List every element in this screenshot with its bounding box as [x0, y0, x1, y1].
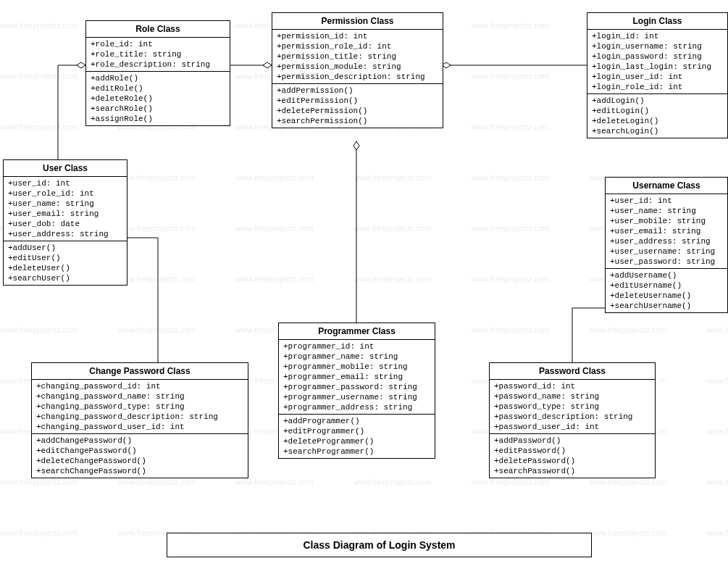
uml-line: +addUser()	[8, 243, 122, 253]
uml-line: +addLogin()	[592, 96, 723, 106]
uml-line: +addRole()	[91, 73, 225, 83]
uml-line: +permission_title: string	[277, 51, 438, 62]
diagram-canvas: www.freeprojectz.comwww.freeprojectz.com…	[0, 0, 728, 574]
uml-line: +user_mobile: string	[610, 216, 723, 226]
uml-line: +deleteChangePassword()	[36, 456, 243, 466]
uml-line: +addPermission()	[277, 86, 438, 96]
uml-line: +deleteProgrammer()	[283, 436, 430, 446]
uml-line: +editLogin()	[592, 106, 723, 116]
uml-line: +addProgrammer()	[283, 416, 430, 426]
uml-line: +changing_password_id: int	[36, 381, 243, 391]
uml-line: +user_dob: date	[8, 219, 122, 229]
uml-line: +password_type: string	[494, 402, 650, 412]
uml-line: +changing_password_name: string	[36, 391, 243, 402]
class-permission: Permission Class +permission_id: int+per…	[272, 12, 443, 128]
uml-line: +addPassword()	[494, 436, 650, 446]
uml-line: +programmer_id: int	[283, 341, 430, 352]
uml-line: +password_description: string	[494, 412, 650, 422]
uml-line: +addUsername()	[610, 270, 723, 280]
uml-line: +editRole()	[91, 83, 225, 93]
methods: +addLogin()+editLogin()+deleteLogin()+se…	[587, 94, 727, 138]
class-username: Username Class +user_id: int+user_name: …	[605, 177, 728, 313]
attributes: +programmer_id: int+programmer_name: str…	[279, 340, 435, 415]
uml-line: +role_title: string	[91, 49, 225, 59]
uml-line: +user_role_id: int	[8, 188, 122, 199]
class-title: Change Password Class	[32, 363, 248, 380]
uml-line: +permission_id: int	[277, 31, 438, 41]
uml-line: +login_user_id: int	[592, 72, 723, 82]
uml-line: +login_id: int	[592, 31, 723, 41]
uml-line: +editUser()	[8, 253, 122, 263]
uml-line: +programmer_email: string	[283, 372, 430, 382]
uml-line: +programmer_mobile: string	[283, 362, 430, 372]
class-title: Programmer Class	[279, 323, 435, 340]
uml-line: +searchUsername()	[610, 301, 723, 311]
attributes: +changing_password_id: int+changing_pass…	[32, 380, 248, 434]
uml-line: +permission_module: string	[277, 62, 438, 72]
class-password: Password Class +password_id: int+passwor…	[489, 362, 656, 478]
class-user: User Class +user_id: int+user_role_id: i…	[3, 159, 127, 286]
uml-line: +programmer_address: string	[283, 402, 430, 412]
uml-line: +changing_password_type: string	[36, 402, 243, 412]
uml-line: +assignRole()	[91, 114, 225, 124]
uml-line: +password_id: int	[494, 381, 650, 391]
attributes: +permission_id: int+permission_role_id: …	[272, 30, 443, 84]
uml-line: +user_address: string	[8, 229, 122, 239]
diagram-title: Class Diagram of Login System	[167, 533, 592, 557]
class-title: Login Class	[587, 13, 727, 30]
methods: +addPermission()+editPermission()+delete…	[272, 84, 443, 128]
class-login: Login Class +login_id: int+login_usernam…	[587, 12, 728, 138]
uml-line: +searchPassword()	[494, 466, 650, 476]
uml-line: +editProgrammer()	[283, 426, 430, 436]
uml-line: +editPermission()	[277, 96, 438, 106]
methods: +addPassword()+editPassword()+deletePass…	[490, 434, 655, 478]
uml-line: +user_id: int	[8, 178, 122, 188]
uml-line: +user_email: string	[8, 209, 122, 219]
uml-line: +searchChangePassword()	[36, 466, 243, 476]
uml-line: +login_last_login: string	[592, 62, 723, 72]
class-title: Permission Class	[272, 13, 443, 30]
uml-line: +role_id: int	[91, 39, 225, 49]
uml-line: +role_description: string	[91, 59, 225, 70]
uml-line: +programmer_password: string	[283, 382, 430, 392]
attributes: +password_id: int+password_name: string+…	[490, 380, 655, 434]
uml-line: +deleteRole()	[91, 93, 225, 104]
uml-line: +user_id: int	[610, 196, 723, 206]
uml-line: +password_user_id: int	[494, 422, 650, 432]
uml-line: +programmer_name: string	[283, 352, 430, 362]
class-title: Username Class	[606, 178, 727, 194]
class-change-password: Change Password Class +changing_password…	[31, 362, 248, 478]
class-role: Role Class +role_id: int+role_title: str…	[85, 20, 230, 126]
uml-line: +user_email: string	[610, 226, 723, 236]
uml-line: +user_name: string	[610, 206, 723, 216]
uml-line: +editChangePassword()	[36, 446, 243, 456]
uml-line: +editPassword()	[494, 446, 650, 456]
uml-line: +login_password: string	[592, 51, 723, 62]
uml-line: +login_role_id: int	[592, 82, 723, 92]
uml-line: +deletePermission()	[277, 106, 438, 116]
methods: +addUsername()+editUsername()+deleteUser…	[606, 269, 727, 312]
uml-line: +user_username: string	[610, 246, 723, 257]
class-title: Password Class	[490, 363, 655, 380]
uml-line: +changing_password_user_id: int	[36, 422, 243, 432]
attributes: +user_id: int+user_role_id: int+user_nam…	[4, 177, 127, 241]
uml-line: +programmer_username: string	[283, 392, 430, 402]
attributes: +user_id: int+user_name: string+user_mob…	[606, 194, 727, 269]
uml-line: +addChangePassword()	[36, 436, 243, 446]
attributes: +role_id: int+role_title: string+role_de…	[86, 38, 230, 72]
uml-line: +deleteUsername()	[610, 291, 723, 301]
methods: +addChangePassword()+editChangePassword(…	[32, 434, 248, 478]
uml-line: +permission_role_id: int	[277, 41, 438, 51]
uml-line: +searchProgrammer()	[283, 446, 430, 457]
uml-line: +searchLogin()	[592, 126, 723, 136]
uml-line: +changing_password_description: string	[36, 412, 243, 422]
uml-line: +user_address: string	[610, 236, 723, 246]
uml-line: +deletePassword()	[494, 456, 650, 466]
uml-line: +deleteLogin()	[592, 116, 723, 126]
methods: +addProgrammer()+editProgrammer()+delete…	[279, 415, 435, 458]
methods: +addUser()+editUser()+deleteUser()+searc…	[4, 241, 127, 285]
uml-line: +password_name: string	[494, 391, 650, 402]
uml-line: +permission_description: string	[277, 72, 438, 82]
class-title: User Class	[4, 160, 127, 177]
methods: +addRole()+editRole()+deleteRole()+searc…	[86, 72, 230, 125]
